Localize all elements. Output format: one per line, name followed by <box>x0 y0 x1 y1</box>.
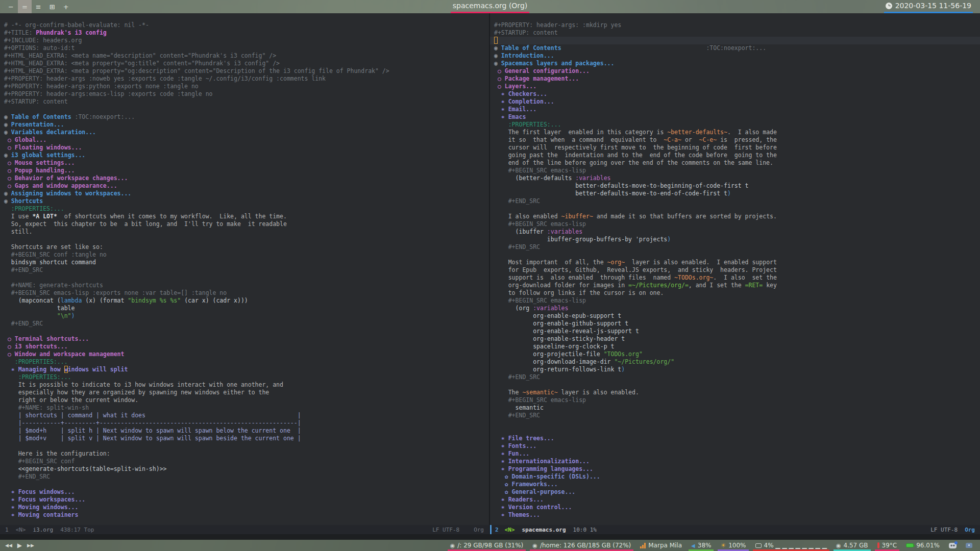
buffer-line: org-return-follows-link t) <box>494 366 980 373</box>
status-volume-module[interactable]: ◀38% <box>687 540 716 551</box>
encoding: LF UTF-8 <box>432 527 459 533</box>
buffer-line: #+HTML_HEAD_EXTRA: <meta property="og:de… <box>4 67 489 75</box>
volume-icon: ◀ <box>691 543 695 548</box>
buffer-line: <<generate-shortcuts(table=split-win-sh)… <box>4 465 489 473</box>
buffer-line: #+BEGIN_SRC conf :tangle no <box>4 251 489 259</box>
buffer-line: (mapconcat (lambda (x) (format "bindsym … <box>4 297 489 305</box>
left-buffer[interactable]: # -*- org-confirm-babel-evaluate: nil -*… <box>0 13 489 525</box>
window-number: 2 <box>495 527 499 533</box>
buffer-line: table <box>4 305 489 312</box>
buffer-line: org-enable-epub-support t <box>494 312 980 320</box>
right-buffer[interactable]: #+PROPERTY: header-args: :mkdirp yes#+ST… <box>490 13 980 525</box>
buffer-line: #+BEGIN_SRC emacs-lisp <box>494 396 980 404</box>
right-window[interactable]: #+PROPERTY: header-args: :mkdirp yes#+ST… <box>490 13 980 534</box>
status-value: 4% ▁ ▁ ▁ ▁ ▁ ▁ ▁ ▁ <box>764 540 827 550</box>
status-disk-module[interactable]: ◉/home: 126 GB/185 GB (72%) <box>528 540 635 551</box>
left-window[interactable]: # -*- org-confirm-babel-evaluate: nil -*… <box>0 13 489 534</box>
buffer-line: #+END_SRC <box>494 412 980 419</box>
buffer-line: ◉ Table of Contents :TOC:noexport:... <box>494 44 980 52</box>
system-stats: ◉/: 29 GB/98 GB (31%)◉/home: 126 GB/185 … <box>446 540 977 551</box>
buffer-line: ∗ Managing how windows will split <box>4 366 489 373</box>
buffer-line <box>4 236 489 243</box>
buffer-line: (better-defaults :variables <box>494 174 980 182</box>
left-modeline: 1 <N> i3.org 438:17 Top LF UTF-8 Org <box>0 525 489 534</box>
previous-track-icon[interactable]: ◀◀ <box>5 543 12 548</box>
status-value: 100% <box>728 540 746 550</box>
buffer-line: #+INCLUDE: headers.org <box>4 37 489 44</box>
text-cursor <box>494 37 498 44</box>
status-discord-module[interactable] <box>944 540 961 551</box>
buffer-line: cursor will respectively first move to t… <box>494 144 980 152</box>
buffer-line: #+END_SRC <box>494 243 980 251</box>
workspace-icon-2[interactable]: = <box>18 0 32 13</box>
buffer-line: #+NAME: split-win-sh <box>4 404 489 412</box>
buffer-line: ◉ Variables declaration... <box>4 129 489 136</box>
buffer-line: ∗ Checkers... <box>494 90 980 98</box>
buffer-line: ∗ Focus windows... <box>4 488 489 496</box>
buffer-name: spacemacs.org <box>522 527 566 533</box>
buffer-line: "\n") <box>4 312 489 320</box>
wifi-icon <box>640 543 646 548</box>
status-wifi-module[interactable]: Marpa Mila <box>635 540 687 551</box>
buffer-line: |-----------+---------+-----------------… <box>4 419 489 427</box>
buffer-line: | $mod+v | split v | Next window to spaw… <box>4 435 489 442</box>
buffer-line: ◉ Presentation... <box>4 121 489 129</box>
buffer-line: #+END_SRC <box>4 320 489 328</box>
discord-icon <box>949 543 957 548</box>
major-mode: Org <box>965 527 975 533</box>
buffer-line: ∗ Fonts... <box>494 442 980 450</box>
next-track-icon[interactable]: ▶▶ <box>27 543 34 548</box>
buffer-line: I also enabled ~ibuffer~ and made it so … <box>494 213 980 220</box>
buffer-line: org-enable-github-support t <box>494 320 980 328</box>
buffer-line <box>4 328 489 335</box>
workspace-icon-1[interactable]: − <box>4 0 18 13</box>
major-mode: Org <box>474 527 484 533</box>
status-cpu-module[interactable]: 4% ▁ ▁ ▁ ▁ ▁ ▁ ▁ ▁ <box>751 540 831 551</box>
status-value: /home: 126 GB/185 GB (72%) <box>540 540 631 550</box>
buffer-line: #+STARTUP: content <box>494 29 980 37</box>
window-title-text: spacemacs.org (Org) <box>451 0 529 13</box>
buffer-line: ∗ Fun... <box>494 450 980 458</box>
buffer-line: better-defaults-move-to-end-of-code-firs… <box>494 190 980 197</box>
buffer-line: ○ General configuration... <box>494 67 980 75</box>
buffer-line: #+OPTIONS: auto-id:t <box>4 44 489 52</box>
buffer-line: ○ Package management... <box>494 75 980 83</box>
workspace-icon-4[interactable]: ⊞ <box>45 0 59 13</box>
buffer-line: ✿ Domain-specific (DSLs)... <box>494 473 980 481</box>
cursor-position: 438:17 Top <box>60 527 94 533</box>
buffer-line: #+NAME: generate-shortcuts <box>4 282 489 289</box>
buffer-line: ∗ Focus workspaces... <box>4 496 489 504</box>
status-disk-module[interactable]: ◉/: 29 GB/98 GB (31%) <box>446 540 528 551</box>
buffer-line: org-enable-reveal-js-support t <box>494 328 980 335</box>
buffer-line: #+PROPERTY: header-args:python :exports … <box>4 83 489 90</box>
play-icon[interactable]: ▶ <box>17 542 22 549</box>
buffer-line: ✿ General-purpose... <box>494 488 980 496</box>
buffer-line: spaceline-org-clock-p t <box>494 343 980 350</box>
clock-text: 2020-03-15 11-56-19 <box>895 0 971 11</box>
buffer-line: ibuffer-group-buffers-by 'projects) <box>494 236 980 243</box>
buffer-line: #+PROPERTY: header-args:emacs-lisp :expo… <box>4 90 489 98</box>
status-sun-module[interactable]: ☀100% <box>716 540 750 551</box>
buffer-line <box>4 442 489 450</box>
buffer-line: I use *A LOT* of shortcuts when it comes… <box>4 213 489 220</box>
buffer-line: ∗ Moving windows... <box>4 504 489 511</box>
buffer-line <box>494 419 980 427</box>
workspace-switcher: −=≡⊞+ <box>4 0 73 13</box>
buffer-line: ○ Behavior of workspace changes... <box>4 174 489 182</box>
workspace-icon-5[interactable]: + <box>59 0 73 13</box>
buffer-line: ∗ Email... <box>494 106 980 113</box>
buffer-line: ◉ Spacemacs layers and packages... <box>494 60 980 67</box>
buffer-line: ○ i3 shortcuts... <box>4 343 489 350</box>
buffer-line: :PROPERTIES:... <box>4 358 489 366</box>
buffer-line: ∗ Programming languages... <box>494 465 980 473</box>
status-battery-module[interactable]: 96.01% <box>901 540 944 551</box>
status-ram-module[interactable]: ◉4.57 GB <box>831 540 873 551</box>
buffer-line: still. <box>4 228 489 236</box>
workspace-icon-3[interactable]: ≡ <box>32 0 45 13</box>
buffer-line <box>494 381 980 389</box>
clock-module[interactable]: 2020-03-15 11-56-19 <box>884 0 973 13</box>
status-value: 96.01% <box>916 540 940 550</box>
status-temp-module[interactable]: 39°C <box>873 540 902 551</box>
text-cursor: w <box>64 366 68 373</box>
status-tray-module[interactable] <box>961 540 977 551</box>
